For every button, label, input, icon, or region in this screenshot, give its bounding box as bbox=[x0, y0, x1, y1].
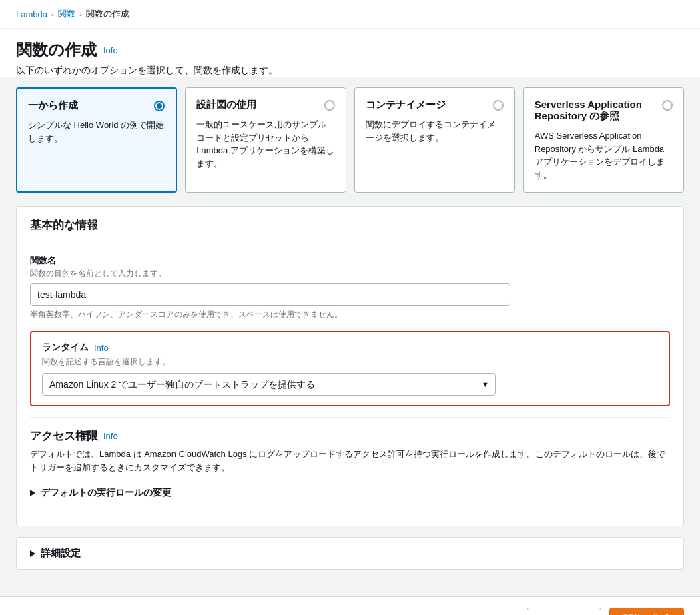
basic-info-section: 基本的な情報 関数名 関数の目的を名前として入力します。 半角英数字、ハイフン、… bbox=[16, 206, 684, 526]
access-info-link[interactable]: Info bbox=[103, 431, 118, 441]
runtime-field: ランタイム Info 関数を記述する言語を選択します。 Amazon Linux… bbox=[30, 331, 670, 406]
advanced-section: 詳細設定 bbox=[16, 537, 684, 570]
function-name-label: 関数名 bbox=[30, 255, 670, 267]
option-card-blueprint-desc: 一般的ユースケース用のサンプルコードと設定プリセットから Lambda アプリケ… bbox=[196, 118, 334, 170]
page-title: 関数の作成 bbox=[16, 39, 97, 61]
option-card-repository[interactable]: Serverless Application Repository の参照 AW… bbox=[523, 87, 684, 193]
runtime-hint: 関数を記述する言語を選択します。 bbox=[42, 356, 658, 368]
basic-info-title: 基本的な情報 bbox=[30, 219, 98, 231]
cancel-button[interactable]: キャンセル bbox=[527, 608, 601, 615]
option-card-repository-desc: AWS Serverless Application Repository から… bbox=[535, 129, 673, 181]
option-card-repository-title: Serverless Application Repository の参照 bbox=[535, 99, 662, 123]
runtime-label: ランタイム bbox=[42, 342, 89, 354]
option-card-scratch-title: 一から作成 bbox=[28, 99, 78, 112]
breadcrumb-sep-2: › bbox=[79, 9, 82, 19]
option-radio-repository[interactable] bbox=[662, 100, 673, 111]
footer-bar: キャンセル 関数の作成 bbox=[0, 596, 700, 615]
runtime-select[interactable]: Amazon Linux 2 でユーザー独自のブートストラップを提供する Nod… bbox=[42, 373, 496, 396]
option-card-blueprint-title: 設計図の使用 bbox=[196, 99, 256, 111]
access-description: デフォルトでは、Lambda は Amazon CloudWatch Logs … bbox=[30, 448, 670, 474]
breadcrumb-kansuu[interactable]: 関数 bbox=[58, 8, 75, 20]
breadcrumb: Lambda › 関数 › 関数の作成 bbox=[0, 0, 700, 29]
function-name-input[interactable] bbox=[30, 283, 510, 306]
breadcrumb-sep-1: › bbox=[51, 9, 54, 19]
option-card-scratch[interactable]: 一から作成 シンプルな Hello World の例で開始します。 bbox=[16, 87, 177, 193]
breadcrumb-lambda[interactable]: Lambda bbox=[16, 9, 47, 19]
collapsible-label: デフォルトの実行ロールの変更 bbox=[41, 487, 171, 499]
runtime-info-link[interactable]: Info bbox=[94, 343, 109, 353]
page-subtitle: 以下のいずれかのオプションを選択して、関数を作成します。 bbox=[16, 65, 684, 77]
option-card-container[interactable]: コンテナイメージ 関数にデプロイするコンテナイメージを選択します。 bbox=[354, 87, 515, 193]
access-title: アクセス権限 bbox=[30, 428, 98, 444]
function-name-hint: 関数の目的を名前として入力します。 bbox=[30, 268, 670, 279]
advanced-section-header[interactable]: 詳細設定 bbox=[17, 538, 683, 569]
triangle-icon bbox=[30, 490, 35, 496]
breadcrumb-current: 関数の作成 bbox=[86, 8, 129, 20]
function-name-validation: 半角英数字、ハイフン、アンダースコアのみを使用でき、スペースは使用できません。 bbox=[30, 309, 670, 320]
option-card-blueprint[interactable]: 設計図の使用 一般的ユースケース用のサンプルコードと設定プリセットから Lamb… bbox=[185, 87, 346, 193]
advanced-section-title: 詳細設定 bbox=[41, 547, 81, 560]
access-section: アクセス権限 Info デフォルトでは、Lambda は Amazon Clou… bbox=[30, 418, 670, 512]
create-function-button[interactable]: 関数の作成 bbox=[609, 608, 684, 615]
option-cards-container: 一から作成 シンプルな Hello World の例で開始します。 設計図の使用… bbox=[0, 87, 700, 206]
function-name-field: 関数名 関数の目的を名前として入力します。 半角英数字、ハイフン、アンダースコア… bbox=[30, 255, 670, 320]
option-card-scratch-desc: シンプルな Hello World の例で開始します。 bbox=[28, 119, 165, 145]
execution-role-collapsible[interactable]: デフォルトの実行ロールの変更 bbox=[30, 484, 670, 502]
option-radio-scratch[interactable] bbox=[154, 101, 165, 111]
option-card-container-desc: 関数にデプロイするコンテナイメージを選択します。 bbox=[366, 118, 504, 144]
option-card-container-title: コンテナイメージ bbox=[366, 99, 446, 111]
option-radio-blueprint[interactable] bbox=[324, 100, 335, 111]
page-info-link[interactable]: Info bbox=[103, 45, 118, 55]
option-radio-container[interactable] bbox=[493, 100, 504, 111]
advanced-triangle-icon bbox=[30, 550, 35, 557]
